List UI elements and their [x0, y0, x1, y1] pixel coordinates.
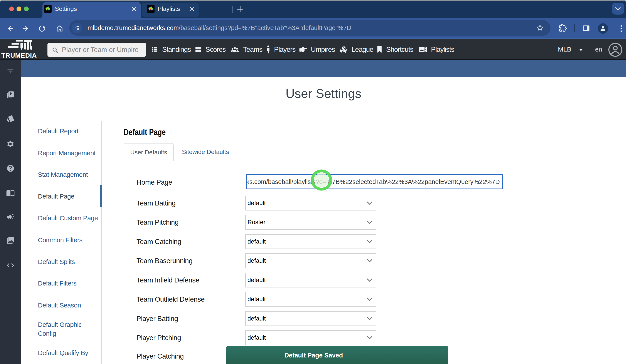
svg-text:TRUMEDIA: TRUMEDIA: [1, 52, 37, 59]
